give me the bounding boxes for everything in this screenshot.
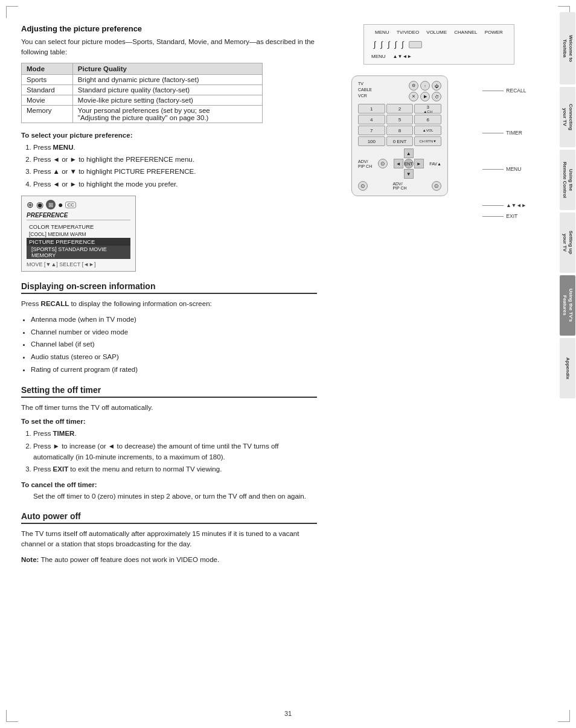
btn-recall[interactable]: ↑ xyxy=(420,81,430,91)
bullet-antenna: Antenna mode (when in TV mode) xyxy=(31,314,317,326)
right-column: MENU TV/VIDEO VOLUME CHANNEL POWER ∫ ∫ ∫… xyxy=(323,12,555,716)
menu-illustration: ⊕ ◉ ⊞ ● CC PREFERENCE COLOR TEMPERATURE … xyxy=(21,196,136,272)
section-title-adjusting: Adjusting the picture preference xyxy=(21,24,317,33)
adjusting-intro: You can select four picture modes—Sports… xyxy=(21,37,317,58)
set-timer-label: To set the off timer: xyxy=(21,418,317,425)
btn-8[interactable]: 8 xyxy=(386,126,414,135)
btn-6[interactable]: 6 xyxy=(414,115,441,124)
number-grid: 1 2 3▲CH 4 5 6 7 8 ▲VOL 100 0 ENT CH RTN… xyxy=(358,104,441,146)
btn-nav-up[interactable]: ▲ xyxy=(404,148,414,158)
btn-1[interactable]: 1 xyxy=(358,104,385,113)
exit-label: EXIT xyxy=(506,213,517,219)
left-column: Adjusting the picture preference You can… xyxy=(15,12,323,716)
off-timer-intro: The off timer turns the TV off automatic… xyxy=(21,403,317,413)
btn-100[interactable]: 100 xyxy=(358,136,385,146)
mode-memory: Memory xyxy=(22,105,73,123)
menu-line xyxy=(482,169,504,170)
btn-timer[interactable]: ⏱ xyxy=(432,92,441,101)
step-1: Press MENU. xyxy=(33,142,317,153)
remote-mode-labels: TV CABLE VCR xyxy=(358,81,372,101)
tv-bottom-menu: MENU xyxy=(371,54,386,59)
remote-top-row2: ✕ ▶ ⏱ xyxy=(409,92,441,101)
btn-ch-rtn[interactable]: CH RTN▼ xyxy=(414,136,441,146)
exit-label-row: EXIT xyxy=(482,213,526,219)
sidebar-tab-remote[interactable]: Using theRemote Control xyxy=(560,150,575,210)
btn-bottom-right[interactable]: ⊙ xyxy=(432,181,441,191)
mode-cable: CABLE xyxy=(358,87,372,93)
menu-label-row: MENU xyxy=(482,166,526,172)
remote-labels-right: RECALL TIMER MENU ▲▼◄► EXIT xyxy=(482,88,526,219)
menu-color-temp-value: [COOL] MEDIUM WARM xyxy=(27,231,130,238)
sidebar: Welcome toToshiba Connectingyour TV Usin… xyxy=(559,0,576,728)
btn-mute[interactable]: ✕ xyxy=(409,92,418,101)
sidebar-tab-welcome[interactable]: Welcome toToshiba xyxy=(560,12,575,85)
btn-tv-video[interactable]: ▶ xyxy=(420,92,430,101)
step-4: Press ◄ or ► to highlight the mode you p… xyxy=(33,179,317,190)
btn-capt[interactable]: ⊙ xyxy=(378,159,388,168)
icon-cc: CC xyxy=(65,202,76,208)
displaying-intro: Press RECALL to display the following in… xyxy=(21,299,317,309)
exit-line xyxy=(482,216,504,217)
instruction-label-select: To select your picture preference: xyxy=(21,132,317,139)
section-title-displaying: Displaying on-screen information xyxy=(21,281,317,294)
tv-illustration: MENU TV/VIDEO VOLUME CHANNEL POWER ∫ ∫ ∫… xyxy=(363,24,514,65)
timer-step-2: Press ► to increase (or ◄ to decrease) t… xyxy=(33,441,317,463)
menu-label: MENU xyxy=(506,166,521,172)
btn-settings[interactable]: ⚙ xyxy=(409,81,418,91)
sidebar-tab-appendix[interactable]: Appendix xyxy=(560,338,575,398)
nav-label-row: ▲▼◄► xyxy=(482,202,526,208)
tv-label-tvvideo: TV/VIDEO xyxy=(397,30,419,35)
btn-enter[interactable]: ENT xyxy=(404,159,414,168)
remote-bottom-adv: ADV/ PIP CH xyxy=(392,182,406,190)
remote-top-buttons: ⚙ ↑ ⏻ ✕ ▶ ⏱ xyxy=(409,81,441,101)
btn-bottom-left[interactable]: ⊙ xyxy=(358,181,368,191)
tv-label-channel: CHANNEL xyxy=(454,30,477,35)
set-timer-steps: Press TIMER. Press ► to increase (or ◄ t… xyxy=(21,428,317,475)
icon-channel: ● xyxy=(58,200,63,209)
sidebar-tab-connecting[interactable]: Connectingyour TV xyxy=(560,87,575,147)
btn-fav-right[interactable]: ► xyxy=(414,159,424,168)
tv-label-menu: MENU xyxy=(375,30,389,35)
mode-movie: Movie xyxy=(22,95,73,105)
remote-middle-row: ADV/ PIP CH ⊙ ▲ ◄ ENT ► ▼ FAV▲ xyxy=(358,148,441,179)
label-fav: FAV▲ xyxy=(429,162,441,166)
tv-btn-menu-icon: ∫ xyxy=(374,40,376,49)
btn-5[interactable]: 5 xyxy=(386,115,414,124)
table-header-quality: Picture Quality xyxy=(72,63,262,74)
mode-tv: TV xyxy=(358,81,372,87)
page-number: 31 xyxy=(284,710,292,717)
btn-nav-down[interactable]: ▼ xyxy=(404,169,414,179)
label-adv2: ADV/ xyxy=(392,182,406,186)
btn-9-vol[interactable]: ▲VOL xyxy=(414,126,441,135)
remote-adv-left: ADV/ PIP CH xyxy=(358,159,372,168)
menu-nav-hint: MOVE [▼▲] SELECT [◄►] xyxy=(27,261,130,267)
btn-fav-left[interactable]: ◄ xyxy=(394,159,403,168)
icon-settings: ⊕ xyxy=(27,200,34,209)
icon-picture: ⊞ xyxy=(46,200,56,209)
btn-7[interactable]: 7 xyxy=(358,126,385,135)
remote-adv-right: FAV▲ xyxy=(429,162,441,166)
btn-power[interactable]: ⏻ xyxy=(432,81,441,91)
menu-color-temp-label: COLOR TEMPERATURE xyxy=(27,223,130,231)
table-row: Sports Bright and dynamic picture (facto… xyxy=(22,74,263,85)
bullet-label: Channel label (if set) xyxy=(31,339,317,351)
remote-mode-row: TV CABLE VCR ⚙ ↑ ⏻ ✕ ▶ ⏱ xyxy=(358,81,441,101)
recall-label: RECALL xyxy=(506,88,526,94)
section-title-auto-power: Auto power off xyxy=(21,511,317,524)
nav-line xyxy=(482,205,504,206)
sidebar-tab-features[interactable]: Using the TV'sFeatures xyxy=(560,275,575,336)
btn-2[interactable]: 2 xyxy=(386,104,414,113)
nav-cross: ▲ ◄ ENT ► ▼ xyxy=(394,148,424,179)
btn-0-ent[interactable]: 0 ENT xyxy=(386,136,414,146)
bullet-channel: Channel number or video mode xyxy=(31,327,317,339)
step-3: Press ▲ or ▼ to highlight PICTURE PREFER… xyxy=(33,166,317,177)
icon-sound: ◉ xyxy=(36,200,43,209)
btn-3-ch[interactable]: 3▲CH xyxy=(414,104,441,113)
sidebar-tab-setting-up[interactable]: Setting upyour TV xyxy=(560,212,575,273)
cancel-timer-label: To cancel the off timer: xyxy=(21,481,317,488)
timer-label: TIMER xyxy=(506,130,522,136)
table-row: Memory Your personal preferences (set by… xyxy=(22,105,263,123)
menu-picture-pref-label: PICTURE PREFERENCE xyxy=(27,238,130,246)
btn-4[interactable]: 4 xyxy=(358,115,385,124)
tv-btn-tvvideo-icon: ∫ xyxy=(381,40,383,49)
